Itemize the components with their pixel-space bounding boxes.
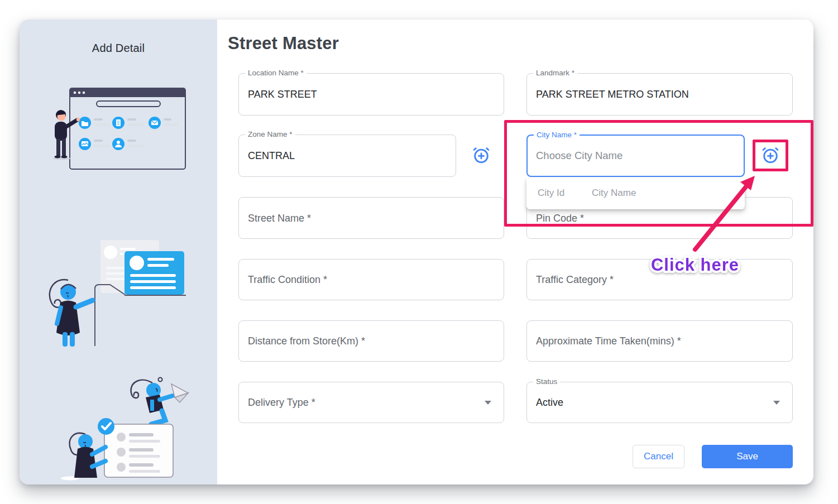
distance-from-store-label: Distance from Store(Km) * [248,335,365,347]
zone-name-value: CENTRAL [248,150,295,162]
city-dropdown-col-name: City Name [592,188,636,199]
cancel-button[interactable]: Cancel [633,445,684,468]
add-alarm-icon [472,146,491,165]
delivery-type-label: Delivery Type * [248,397,315,409]
location-name-field[interactable]: Location Name * PARK STREET [238,73,504,116]
traffic-category-field[interactable]: Traffic Category * [526,259,793,300]
caret-down-icon [773,401,780,405]
landmark-label: Landmark * [533,69,577,77]
city-dropdown-panel[interactable]: City Id City Name [526,178,745,209]
browser-dashboard-illustration-icon [49,83,188,182]
city-name-label: City Name * [534,131,580,139]
traffic-condition-label: Traffic Condition * [248,274,327,286]
status-select[interactable]: Status Active [526,382,793,423]
approximate-time-taken-field[interactable]: Approximate Time Taken(mins) * [526,320,793,362]
sidebar: Add Detail [20,20,217,484]
street-master-page: Add Detail [0,0,838,504]
save-button[interactable]: Save [702,445,793,468]
zone-name-label: Zone Name * [245,130,295,138]
add-alarm-icon [761,146,780,165]
status-value: Active [536,397,563,409]
approximate-time-taken-label: Approximate Time Taken(mins) * [536,335,681,347]
add-city-button[interactable] [760,145,780,165]
city-dropdown-col-id: City Id [538,188,564,199]
pin-code-label: Pin Code * [536,212,584,224]
delivery-type-select[interactable]: Delivery Type * [238,382,504,423]
caret-down-icon [485,401,491,405]
city-name-field[interactable]: City Name * Choose City Name [526,135,745,177]
status-label: Status [533,377,560,386]
location-name-value: PARK STREET [248,89,317,100]
sidebar-title: Add Detail [20,42,217,55]
zone-name-field[interactable]: Zone Name * CENTRAL [238,135,456,177]
city-name-placeholder: Choose City Name [536,150,622,162]
traffic-condition-field[interactable]: Traffic Condition * [238,259,504,300]
page-title: Street Master [228,33,339,54]
street-name-field[interactable]: Street Name * [238,197,504,239]
traffic-category-label: Traffic Category * [536,274,614,286]
street-name-label: Street Name * [248,212,311,224]
checklist-team-illustration-icon [47,373,190,484]
landmark-value: PARK STREET METRO STATION [536,89,689,100]
add-zone-button[interactable] [471,145,491,165]
person-presenting-cards-illustration-icon [44,218,188,349]
location-name-label: Location Name * [245,69,307,77]
distance-from-store-field[interactable]: Distance from Store(Km) * [238,320,504,362]
landmark-field[interactable]: Landmark * PARK STREET METRO STATION [526,73,793,116]
